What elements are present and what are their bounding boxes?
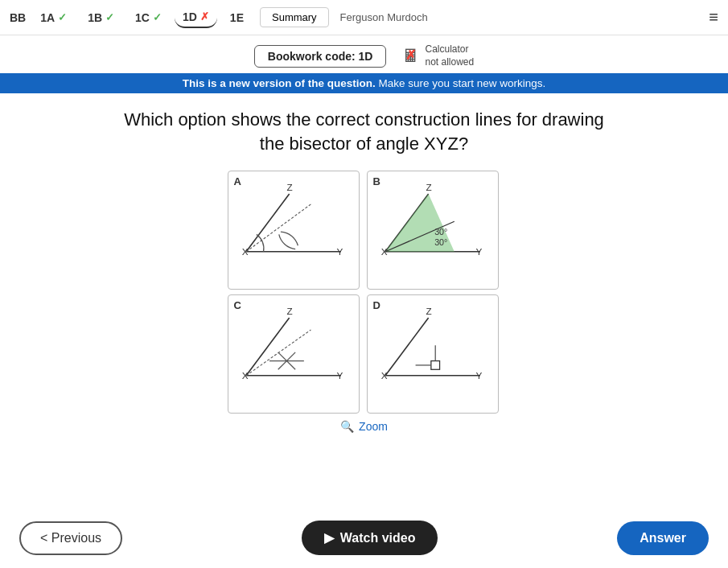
svg-text:X: X <box>380 370 387 381</box>
svg-line-18 <box>246 318 290 376</box>
svg-line-5 <box>246 204 311 251</box>
answer-button[interactable]: Answer <box>617 521 709 555</box>
option-a[interactable]: A X Y Z <box>228 171 360 290</box>
top-nav: BB 1A ✓ 1B ✓ 1C ✓ 1D ✗ 1E Summary Fergus… <box>0 0 728 35</box>
question-line2: the bisector of angle XYZ? <box>260 134 468 154</box>
svg-text:Z: Z <box>286 181 292 191</box>
option-a-diagram: X Y Z <box>233 176 354 284</box>
watch-video-label: Watch video <box>340 531 416 545</box>
bookwork-code: Bookwork code: 1D <box>254 45 387 68</box>
tab-1c-label: 1C <box>135 11 150 24</box>
tab-1c-check: ✓ <box>153 11 162 23</box>
question-area: Which option shows the correct construct… <box>0 93 728 162</box>
option-c[interactable]: C X Y Z <box>228 294 360 414</box>
tab-1d-check: ✗ <box>200 10 209 23</box>
calculator-icon: 🖩 ✗ <box>402 46 420 67</box>
hamburger-icon[interactable]: ≡ <box>709 8 718 27</box>
nav-tab-1e[interactable]: 1E <box>222 8 252 27</box>
svg-text:Y: Y <box>475 370 482 381</box>
svg-text:Y: Y <box>336 370 343 381</box>
svg-text:X: X <box>241 370 248 381</box>
svg-rect-29 <box>430 360 439 369</box>
option-a-label: A <box>234 175 241 187</box>
svg-text:X: X <box>241 246 248 257</box>
calculator-status: not allowed <box>425 56 474 69</box>
tab-1a-label: 1A <box>40 11 55 24</box>
question-line1: Which option shows the correct construct… <box>124 109 604 130</box>
main-container: BB 1A ✓ 1B ✓ 1C ✓ 1D ✗ 1E Summary Fergus… <box>0 0 728 568</box>
tab-1b-check: ✓ <box>105 11 114 23</box>
calculator-label: Calculator <box>425 43 474 56</box>
username-label: Ferguson Murdoch <box>340 11 428 23</box>
svg-text:30°: 30° <box>434 237 447 247</box>
nav-tab-1c[interactable]: 1C ✓ <box>127 8 170 27</box>
svg-line-27 <box>385 318 429 376</box>
options-grid: A X Y Z B <box>228 171 501 414</box>
blue-banner: This is a new version of the question. M… <box>0 73 728 93</box>
svg-text:Z: Z <box>286 305 292 315</box>
calculator-box: 🖩 ✗ Calculator not allowed <box>402 43 474 68</box>
nav-tab-1a[interactable]: 1A ✓ <box>32 8 75 27</box>
svg-text:Z: Z <box>426 305 431 315</box>
option-c-label: C <box>234 299 241 311</box>
calc-cross-icon: ✗ <box>405 47 416 63</box>
previous-button[interactable]: < Previous <box>19 521 122 555</box>
zoom-label: Zoom <box>359 420 388 433</box>
option-c-diagram: X Y Z <box>233 300 354 408</box>
tab-1e-label: 1E <box>230 11 244 24</box>
svg-text:30°: 30° <box>434 227 447 237</box>
option-d-diagram: X Y Z <box>372 300 493 408</box>
banner-bold: This is a new version of the question. <box>183 77 376 89</box>
zoom-row[interactable]: 🔍 Zoom <box>0 420 728 433</box>
nav-tab-1d[interactable]: 1D ✗ <box>175 7 217 28</box>
svg-text:Y: Y <box>336 246 343 257</box>
tab-1d-label: 1D <box>183 10 197 23</box>
tab-1a-check: ✓ <box>58 11 67 23</box>
watch-video-button[interactable]: ▶ Watch video <box>302 521 438 555</box>
svg-text:Y: Y <box>475 246 482 257</box>
banner-rest: Make sure you start new workings. <box>378 77 545 89</box>
summary-button[interactable]: Summary <box>260 7 329 27</box>
option-b-label: B <box>373 175 380 187</box>
tab-1b-label: 1B <box>88 11 102 24</box>
zoom-icon: 🔍 <box>340 420 354 433</box>
nav-tab-1b[interactable]: 1B ✓ <box>80 8 122 27</box>
video-icon: ▶ <box>324 530 334 545</box>
option-b-diagram: X Y Z 30° 30° <box>372 176 493 284</box>
bookwork-row: Bookwork code: 1D 🖩 ✗ Calculator not all… <box>0 35 728 73</box>
bottom-bar: < Previous ▶ Watch video Answer <box>0 511 728 568</box>
option-b[interactable]: B X Y Z 30° 30° <box>367 171 499 290</box>
svg-text:Z: Z <box>426 181 431 191</box>
nav-tab-bb[interactable]: BB <box>10 11 26 24</box>
option-d[interactable]: D X Y Z <box>367 294 499 414</box>
option-d-label: D <box>373 299 380 311</box>
